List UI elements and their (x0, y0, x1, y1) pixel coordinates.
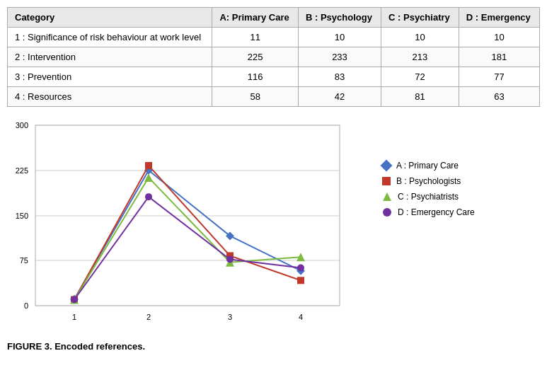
svg-point-28 (145, 193, 152, 200)
data-table: Category A: Primary Care B : Psychology … (7, 7, 540, 107)
cell-c: 72 (381, 67, 459, 87)
svg-rect-22 (297, 277, 304, 284)
legend-item: D : Emergency Care (382, 207, 540, 217)
cell-category: 1 : Significance of risk behaviour at wo… (8, 28, 212, 47)
figure-caption: FIGURE 3. Encoded references. (7, 341, 540, 352)
table-row: 4 : Resources 58 42 81 63 (8, 87, 540, 107)
col-header-c: C : Psychiatry (381, 8, 459, 28)
col-header-b: B : Psychology (298, 8, 381, 28)
svg-text:3: 3 (228, 313, 232, 321)
cell-d: 181 (459, 47, 539, 67)
line-chart: 0 75 150 225 300 1 2 3 4 (7, 118, 361, 330)
chart-section: 0 75 150 225 300 1 2 3 4 A : Primary Car… (7, 118, 540, 333)
cell-c: 213 (381, 47, 459, 67)
svg-point-32 (383, 208, 391, 217)
cell-category: 2 : Intervention (8, 47, 212, 67)
legend-item: B : Psychologists (382, 176, 540, 186)
legend-label: C : Psychiatrists (398, 192, 459, 202)
cell-b: 10 (298, 28, 381, 47)
col-header-d: D : Emergency (459, 8, 539, 28)
svg-point-30 (297, 264, 304, 271)
table-row: 1 : Significance of risk behaviour at wo… (8, 28, 540, 47)
table-row: 2 : Intervention 225 233 213 181 (8, 47, 540, 67)
cell-b: 83 (298, 67, 381, 87)
cell-category: 3 : Prevention (8, 67, 212, 87)
svg-text:4: 4 (299, 313, 303, 321)
svg-text:0: 0 (24, 301, 28, 310)
svg-marker-31 (383, 192, 391, 201)
cell-a: 116 (212, 67, 299, 87)
svg-point-27 (71, 296, 78, 304)
cell-c: 10 (381, 28, 459, 47)
svg-text:225: 225 (16, 166, 28, 175)
cell-d: 77 (459, 67, 539, 87)
legend-label: A : Primary Care (396, 161, 459, 171)
cell-a: 11 (212, 28, 299, 47)
cell-a: 58 (212, 87, 299, 107)
cell-a: 225 (212, 47, 299, 67)
col-header-category: Category (8, 8, 212, 28)
svg-text:150: 150 (16, 212, 28, 220)
chart-area: 0 75 150 225 300 1 2 3 4 (7, 118, 361, 333)
cell-b: 42 (298, 87, 381, 107)
cell-b: 233 (298, 47, 381, 67)
cell-d: 63 (459, 87, 539, 107)
legend-label: B : Psychologists (396, 176, 461, 186)
legend-item: C : Psychiatrists (382, 192, 540, 202)
svg-text:75: 75 (20, 256, 28, 265)
svg-point-29 (226, 256, 234, 263)
col-header-a: A: Primary Care (212, 8, 299, 28)
chart-legend: A : Primary CareB : PsychologistsC : Psy… (361, 118, 540, 223)
svg-rect-20 (145, 162, 152, 169)
cell-d: 10 (459, 28, 539, 47)
svg-text:1: 1 (72, 313, 76, 321)
legend-label: D : Emergency Care (398, 207, 475, 217)
legend-item: A : Primary Care (382, 161, 540, 171)
cell-category: 4 : Resources (8, 87, 212, 107)
svg-text:2: 2 (146, 313, 151, 321)
svg-text:300: 300 (16, 121, 28, 129)
table-row: 3 : Prevention 116 83 72 77 (8, 67, 540, 87)
cell-c: 81 (381, 87, 459, 107)
